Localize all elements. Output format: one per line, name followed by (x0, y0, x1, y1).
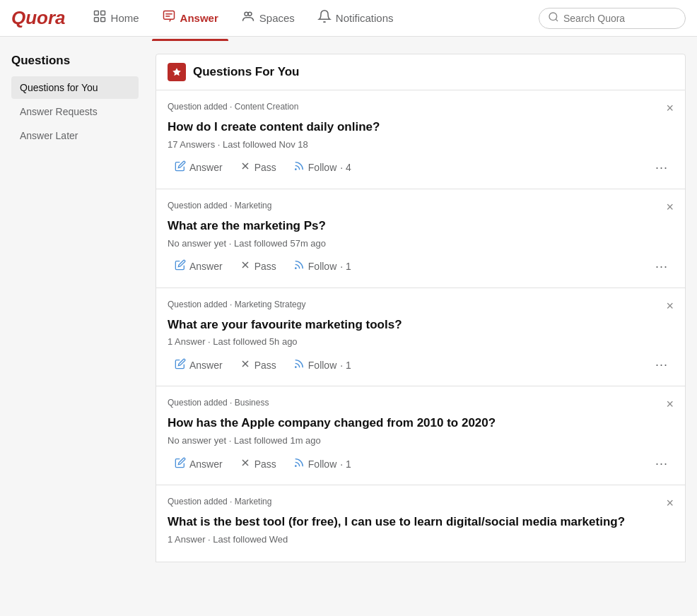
close-button-2[interactable]: × (666, 201, 674, 213)
rss-icon-2 (293, 259, 305, 273)
svg-point-20 (295, 466, 295, 466)
last-followed-4: Last followed 1m ago (234, 435, 321, 446)
question-card-4: Question added · Business × How has the … (156, 386, 686, 485)
pass-label-4: Pass (254, 458, 276, 470)
search-bar[interactable] (539, 8, 686, 29)
card-actions-1: Answer Pass Follow · 4 ··· (168, 157, 674, 179)
follow-label-1: Follow (308, 162, 336, 173)
answer-label-2: Answer (189, 261, 223, 272)
answer-button-2[interactable]: Answer (168, 256, 230, 277)
card-title-3[interactable]: What are your favourite marketing tools? (168, 316, 674, 333)
card-actions-4: Answer Pass Follow · 1 ··· (168, 453, 674, 475)
sep-2: · (229, 238, 234, 249)
card-actions-3: Answer Pass Follow · 1 ··· (168, 354, 674, 376)
more-button-4[interactable]: ··· (650, 453, 674, 475)
svg-point-11 (295, 169, 295, 170)
card-stats-3: 1 Answer · Last followed 5h ago (168, 336, 674, 347)
card-tag-5: Question added · Marketing (168, 497, 271, 507)
nav-items: Home Answer Spaces Notifications (83, 5, 539, 31)
logo[interactable]: Quora (11, 7, 66, 29)
follow-label-4: Follow (308, 458, 336, 470)
answer-icon (162, 9, 176, 27)
more-button-2[interactable]: ··· (650, 256, 674, 278)
more-button-1[interactable]: ··· (650, 157, 674, 179)
section-header: Questions For You (156, 54, 686, 90)
svg-point-14 (295, 268, 295, 268)
sidebar-item-questions-for-you[interactable]: Questions for You (11, 76, 139, 99)
svg-marker-8 (172, 68, 181, 76)
card-title-1[interactable]: How do I create content daily online? (168, 119, 674, 136)
last-followed-5: Last followed Wed (213, 534, 288, 545)
sidebar-item-answer-requests[interactable]: Answer Requests (11, 100, 139, 123)
card-title-2[interactable]: What are the marketing Ps? (168, 218, 674, 235)
close-button-1[interactable]: × (666, 102, 674, 114)
pass-label-1: Pass (254, 162, 276, 173)
svg-rect-0 (94, 11, 98, 16)
card-stats-4: No answer yet · Last followed 1m ago (168, 435, 674, 446)
card-meta-2: Question added · Marketing × (168, 201, 674, 213)
pencil-icon-4 (175, 457, 186, 471)
svg-point-6 (248, 12, 252, 16)
main-content: Questions For You Question added · Conte… (156, 54, 686, 562)
answer-button-1[interactable]: Answer (168, 157, 230, 178)
pass-button-2[interactable]: Pass (233, 256, 283, 277)
card-tag-4: Question added · Business (168, 398, 269, 408)
more-button-3[interactable]: ··· (650, 354, 674, 376)
rss-icon-3 (293, 358, 305, 372)
card-title-4[interactable]: How has the Apple company changed from 2… (168, 415, 674, 432)
svg-rect-3 (100, 18, 105, 22)
nav-answer-label: Answer (180, 12, 218, 24)
pencil-icon-1 (175, 160, 186, 174)
pass-button-4[interactable]: Pass (233, 454, 283, 475)
card-meta-4: Question added · Business × (168, 398, 674, 410)
nav-notifications-label: Notifications (336, 12, 394, 24)
pass-label-3: Pass (254, 360, 276, 371)
answer-label-1: Answer (189, 162, 223, 173)
card-actions-2: Answer Pass Follow · 1 ··· (168, 256, 674, 278)
follow-button-4[interactable]: Follow · 1 (286, 454, 358, 475)
card-meta-5: Question added · Marketing × (168, 497, 674, 509)
nav-answer[interactable]: Answer (152, 5, 228, 31)
pass-icon-2 (240, 259, 251, 273)
close-button-5[interactable]: × (666, 497, 674, 509)
card-meta-1: Question added · Content Creation × (168, 102, 674, 114)
svg-rect-4 (163, 11, 174, 20)
no-answer-2: No answer yet (168, 238, 226, 249)
follow-button-3[interactable]: Follow · 1 (286, 355, 358, 376)
pass-icon-3 (240, 358, 251, 372)
card-meta-3: Question added · Marketing Strategy × (168, 300, 674, 312)
svg-rect-1 (100, 11, 105, 16)
card-title-5[interactable]: What is the best tool (for free), I can … (168, 514, 674, 531)
pass-button-3[interactable]: Pass (233, 355, 283, 376)
question-card-3: Question added · Marketing Strategy × Wh… (156, 288, 686, 387)
last-followed-1: Last followed Nov 18 (223, 139, 308, 150)
answer-button-4[interactable]: Answer (168, 454, 230, 475)
navbar: Quora Home Answer Spaces Notifications (0, 0, 697, 37)
section-header-title: Questions For You (193, 65, 300, 79)
answer-button-3[interactable]: Answer (168, 355, 230, 376)
last-followed-2: Last followed 57m ago (234, 238, 326, 249)
sidebar-title: Questions (11, 54, 139, 68)
search-input[interactable] (563, 13, 676, 24)
pass-icon-4 (240, 457, 251, 471)
follow-button-1[interactable]: Follow · 4 (286, 157, 358, 178)
close-button-4[interactable]: × (666, 398, 674, 410)
pencil-icon-2 (175, 259, 186, 273)
question-card-5: Question added · Marketing × What is the… (156, 485, 686, 562)
nav-home[interactable]: Home (83, 5, 149, 31)
last-followed-3: Last followed 5h ago (213, 336, 297, 347)
card-tag-1: Question added · Content Creation (168, 102, 298, 112)
pencil-icon-3 (175, 358, 186, 372)
sidebar-item-answer-later[interactable]: Answer Later (11, 124, 139, 147)
nav-spaces[interactable]: Spaces (231, 5, 305, 31)
follow-count-1: · 4 (340, 162, 351, 173)
nav-notifications[interactable]: Notifications (308, 5, 404, 31)
close-button-3[interactable]: × (666, 300, 674, 312)
sidebar: Questions Questions for You Answer Reque… (11, 54, 139, 562)
answers-count-3: 1 Answer (168, 336, 205, 347)
follow-button-2[interactable]: Follow · 1 (286, 256, 358, 277)
svg-point-17 (295, 367, 295, 367)
svg-rect-2 (94, 18, 98, 22)
pass-button-1[interactable]: Pass (233, 157, 283, 178)
sep-4: · (229, 435, 234, 446)
